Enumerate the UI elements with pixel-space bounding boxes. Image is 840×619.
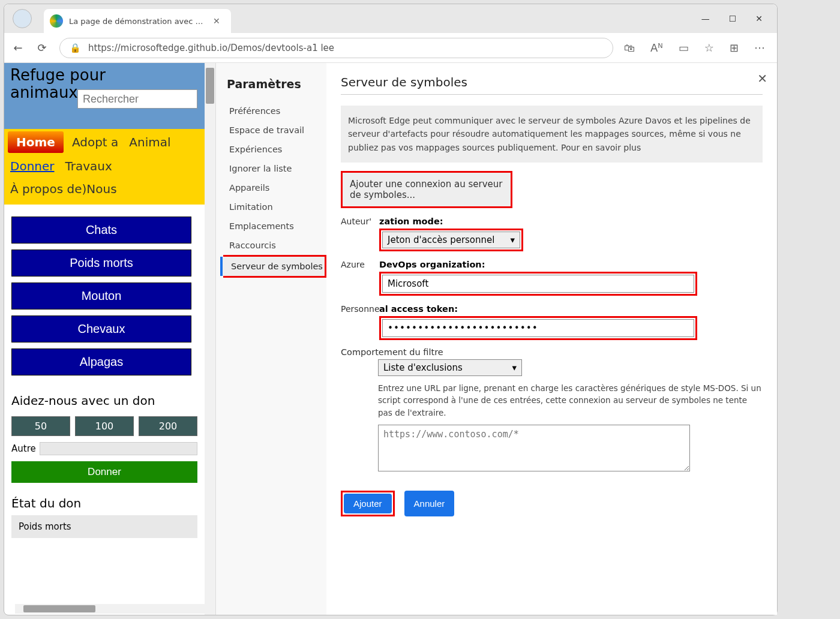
reader-icon[interactable]: ▭	[679, 41, 689, 54]
other-amount-input[interactable]	[40, 442, 197, 455]
settings-item-devices[interactable]: Appareils	[227, 178, 326, 197]
pat-label-right: al access token:	[379, 304, 458, 314]
pat-input[interactable]	[382, 319, 694, 337]
donation-status-title: État du don	[11, 496, 197, 510]
window-controls: — ☐ ✕	[701, 14, 777, 23]
site-title-line2: animaux	[10, 83, 78, 101]
page-title: Serveur de symboles	[341, 75, 763, 95]
auth-mode-select[interactable]: Jeton d'accès personnel	[382, 232, 520, 248]
shopping-icon[interactable]: 🛍	[624, 41, 635, 54]
category-item[interactable]: Chevaux	[11, 315, 191, 342]
filter-behavior-select[interactable]: Liste d'exclusions	[378, 359, 522, 376]
profile-avatar[interactable]	[13, 9, 32, 28]
auth-mode-label-right: zation mode:	[379, 217, 443, 226]
settings-item-symbol-server[interactable]: Serveur de symboles	[220, 257, 325, 276]
search-input[interactable]	[77, 89, 197, 109]
amount-row: 50 100 200	[11, 416, 197, 436]
page-nav: Home Adopt a Animal Donner Travaux À pro…	[4, 129, 205, 205]
nav-animal[interactable]: Animal	[127, 133, 173, 152]
donate-title: Aidez-nous avec un don	[11, 393, 197, 408]
category-item[interactable]: Chats	[11, 217, 191, 244]
nav-travaux[interactable]: Travaux	[63, 157, 115, 176]
collections-icon[interactable]: ⊞	[730, 41, 739, 54]
nav-donner[interactable]: Donner	[8, 157, 57, 176]
nav-apropos[interactable]: À propos de)Nous	[8, 179, 119, 199]
info-description: Microsoft Edge peut communiquer avec le …	[341, 106, 763, 163]
close-settings-icon[interactable]: ✕	[757, 71, 767, 86]
more-icon[interactable]: ⋯	[754, 41, 765, 54]
back-icon[interactable]: ←	[11, 41, 25, 55]
nav-home[interactable]: Home	[8, 131, 64, 153]
page-horizontal-scrollbar[interactable]	[15, 604, 205, 614]
form-buttons: Ajouter Annuler	[341, 491, 763, 516]
filter-label: Comportement du filtre	[341, 347, 763, 357]
tab-title: La page de démonstration avec accessibil…	[69, 17, 207, 26]
auth-mode-row: Auteur' zation mode: Jeton d'accès perso…	[341, 215, 763, 251]
tab-close-icon[interactable]: ✕	[213, 16, 220, 26]
pat-row: Personne al access token:	[341, 303, 763, 340]
content-area: Refuge pour animaux Home Adopt a Animal …	[4, 63, 777, 615]
maximize-button[interactable]: ☐	[729, 14, 737, 23]
cancel-button[interactable]: Annuler	[404, 491, 455, 516]
titlebar: La page de démonstration avec accessibil…	[4, 4, 777, 33]
category-item[interactable]: Poids morts	[11, 250, 191, 277]
azure-org-row: Azure DevOps organization:	[341, 259, 763, 296]
pat-label-left: Personne	[341, 303, 376, 314]
azure-org-input[interactable]	[382, 275, 694, 293]
amount-button[interactable]: 100	[75, 416, 134, 436]
favorite-icon[interactable]: ☆	[704, 41, 714, 54]
azure-label-left: Azure	[341, 259, 376, 269]
auth-mode-label-left: Auteur'	[341, 215, 376, 226]
settings-sidebar: Paramètres Préférences Espace de travail…	[216, 63, 326, 615]
donate-section: Aidez-nous avec un don 50 100 200 Autre …	[4, 393, 205, 538]
amount-button[interactable]: 50	[11, 416, 70, 436]
settings-item-experiments[interactable]: Expériences	[227, 140, 326, 159]
settings-main: ✕ Serveur de symboles Microsoft Edge peu…	[326, 63, 777, 615]
category-list: Chats Poids morts Mouton Chevaux Alpagas	[4, 205, 205, 393]
filter-row: Comportement du filtre Liste d'exclusion…	[341, 347, 763, 376]
browser-tab[interactable]: La page de démonstration avec accessibil…	[44, 9, 231, 33]
filter-help-text: Entrez une URL par ligne, prenant en cha…	[378, 382, 763, 419]
refresh-icon[interactable]: ⟳	[35, 41, 49, 55]
toolbar-right-icons: 🛍 Aᴺ ▭ ☆ ⊞ ⋯	[624, 41, 770, 54]
settings-title: Paramètres	[227, 77, 326, 91]
page-vertical-scrollbar[interactable]	[205, 63, 215, 615]
browser-toolbar: ← ⟳ 🔒 https://microsoftedge.github.io/De…	[4, 33, 777, 63]
azure-label-right: DevOps organization:	[379, 260, 485, 269]
other-amount-row: Autre	[11, 442, 197, 455]
settings-item-locations[interactable]: Emplacements	[227, 217, 326, 236]
settings-item-throttling[interactable]: Limitation	[227, 197, 326, 217]
settings-item-ignore-list[interactable]: Ignorer la liste	[227, 159, 326, 178]
amount-button[interactable]: 200	[139, 416, 197, 436]
site-title-line1: Refuge pour	[10, 66, 106, 84]
donate-button[interactable]: Donner	[11, 461, 197, 483]
address-bar[interactable]: 🔒 https://microsoftedge.github.io/Demos/…	[59, 38, 613, 58]
other-label: Autre	[11, 443, 36, 454]
add-button[interactable]: Ajouter	[344, 494, 392, 513]
edge-icon	[50, 14, 63, 28]
page-pane: Refuge pour animaux Home Adopt a Animal …	[4, 63, 215, 615]
page-header: Refuge pour animaux	[4, 63, 205, 129]
donation-status-item: Poids morts	[11, 515, 197, 538]
lock-icon: 🔒	[70, 43, 81, 53]
nav-adopt[interactable]: Adopt a	[70, 133, 121, 152]
minimize-button[interactable]: —	[701, 14, 710, 23]
browser-window: La page de démonstration avec accessibil…	[4, 4, 778, 615]
settings-item-preferences[interactable]: Préférences	[227, 101, 326, 121]
category-item[interactable]: Alpagas	[11, 348, 191, 375]
filter-url-textarea[interactable]	[378, 425, 690, 471]
url-text: https://microsoftedge.github.io/Demos/de…	[88, 43, 334, 53]
settings-item-workspace[interactable]: Espace de travail	[227, 121, 326, 140]
category-item[interactable]: Mouton	[11, 283, 191, 310]
devtools-panel: Paramètres Préférences Espace de travail…	[215, 63, 777, 615]
add-connection-button[interactable]: Ajouter une connexion au serveur de symb…	[343, 173, 511, 206]
page-inner: Refuge pour animaux Home Adopt a Animal …	[4, 63, 205, 615]
read-aloud-icon[interactable]: Aᴺ	[650, 41, 663, 54]
settings-item-shortcuts[interactable]: Raccourcis	[227, 236, 326, 255]
close-window-button[interactable]: ✕	[755, 14, 763, 23]
